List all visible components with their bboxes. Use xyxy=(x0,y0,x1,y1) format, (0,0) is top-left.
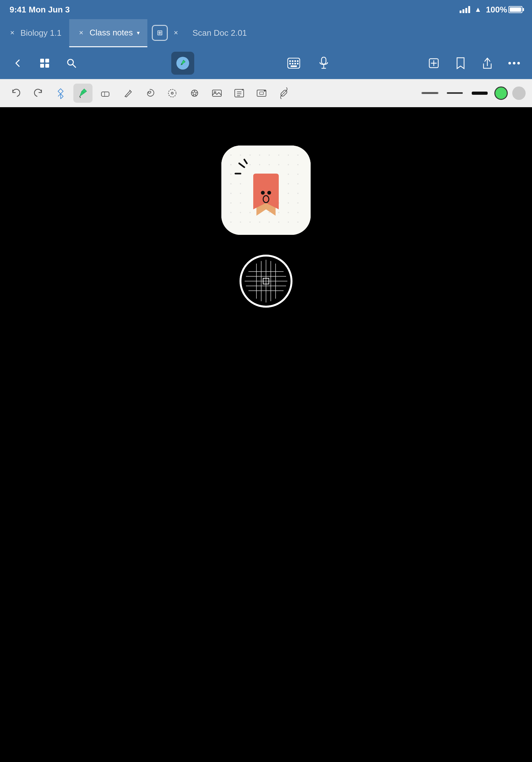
chevron-down-icon[interactable]: ▾ xyxy=(137,29,140,37)
tab-biology-close[interactable]: ✕ xyxy=(8,29,17,37)
svg-point-74 xyxy=(240,202,241,203)
toolbar-right xyxy=(424,53,524,73)
star-tool-button[interactable] xyxy=(185,84,204,103)
svg-point-60 xyxy=(297,164,299,165)
search-button[interactable] xyxy=(61,53,82,73)
pencil-tool-button[interactable] xyxy=(118,84,137,103)
grid-circle-illustration xyxy=(239,254,293,310)
svg-rect-13 xyxy=(289,63,291,64)
svg-point-70 xyxy=(240,193,241,194)
svg-point-81 xyxy=(240,212,241,213)
line-weight-thin[interactable] xyxy=(420,85,440,101)
tab-new[interactable]: ⊞ ✕ xyxy=(147,19,185,47)
line-weight-thick[interactable] xyxy=(470,85,490,101)
grid-circle-svg xyxy=(239,254,293,308)
svg-point-47 xyxy=(249,154,251,156)
svg-rect-29 xyxy=(101,92,109,96)
svg-rect-12 xyxy=(297,60,299,62)
svg-point-87 xyxy=(297,212,299,213)
svg-rect-3 xyxy=(45,64,49,68)
select-tool-button[interactable] xyxy=(163,84,182,103)
wifi-icon: ▲ xyxy=(475,5,482,14)
add-button[interactable] xyxy=(424,53,444,73)
svg-point-55 xyxy=(249,164,251,165)
svg-point-93 xyxy=(278,221,279,223)
svg-point-94 xyxy=(288,221,289,223)
svg-point-61 xyxy=(230,174,232,175)
svg-point-57 xyxy=(269,164,270,165)
link-tool-button[interactable] xyxy=(274,84,294,103)
svg-point-64 xyxy=(297,174,299,175)
secondary-color-swatch[interactable] xyxy=(512,87,526,100)
tab-biology[interactable]: ✕ Biology 1.1 xyxy=(0,19,69,47)
svg-rect-2 xyxy=(40,64,44,68)
svg-point-68 xyxy=(297,183,299,185)
tab-scan-doc[interactable]: Scan Doc 2.01 xyxy=(185,19,255,47)
svg-point-71 xyxy=(288,193,289,194)
svg-point-63 xyxy=(288,174,289,175)
status-right: ▲ 100% xyxy=(460,5,522,15)
svg-point-91 xyxy=(259,221,260,223)
svg-point-73 xyxy=(230,202,232,203)
battery-percent: 100% xyxy=(486,5,507,15)
bluetooth-icon xyxy=(51,84,70,103)
svg-rect-9 xyxy=(289,60,291,62)
svg-rect-1 xyxy=(45,59,49,62)
svg-point-79 xyxy=(297,202,299,203)
line-weight-medium[interactable] xyxy=(445,85,465,101)
svg-rect-11 xyxy=(295,60,296,62)
battery-fill xyxy=(510,7,521,12)
lasso-tool-button[interactable] xyxy=(140,84,160,103)
redo-button[interactable] xyxy=(29,84,48,103)
tab-new-close[interactable]: ✕ xyxy=(171,29,180,37)
svg-point-72 xyxy=(297,193,299,194)
grid-button[interactable] xyxy=(34,53,55,73)
tab-class-notes[interactable]: ✕ Class notes ▾ xyxy=(69,19,147,47)
active-pen-tool[interactable] xyxy=(171,52,194,75)
undo-button[interactable] xyxy=(6,84,26,103)
status-left: 9:41 Mon Jun 3 xyxy=(10,5,70,15)
svg-point-92 xyxy=(269,221,270,223)
bookmark-button[interactable] xyxy=(450,53,471,73)
app-icon xyxy=(221,145,311,235)
svg-rect-42 xyxy=(260,92,263,95)
battery-indicator: 100% xyxy=(486,5,523,15)
more-button[interactable] xyxy=(504,53,524,73)
pen-tool-button[interactable] xyxy=(73,84,93,103)
share-button[interactable] xyxy=(477,53,498,73)
svg-rect-35 xyxy=(212,90,221,96)
svg-point-27 xyxy=(517,62,520,64)
tab-biology-label: Biology 1.1 xyxy=(21,28,62,38)
new-tab-icon[interactable]: ⊞ xyxy=(152,25,168,41)
svg-rect-14 xyxy=(292,63,294,64)
svg-point-50 xyxy=(278,154,279,156)
svg-rect-0 xyxy=(40,59,44,62)
toolbar-left xyxy=(8,53,82,73)
mic-button[interactable] xyxy=(313,53,334,73)
signal-icon xyxy=(460,6,470,13)
svg-line-28 xyxy=(80,96,80,98)
eraser-tool-button[interactable] xyxy=(96,84,115,103)
image-tool-button[interactable] xyxy=(207,84,227,103)
back-button[interactable] xyxy=(8,53,28,73)
svg-point-67 xyxy=(288,183,289,185)
svg-point-90 xyxy=(249,221,251,223)
toolbar-center xyxy=(171,52,194,75)
draw-tools-left xyxy=(6,84,294,103)
svg-point-82 xyxy=(249,212,251,213)
keyboard-button[interactable] xyxy=(284,53,304,73)
svg-point-85 xyxy=(278,212,279,213)
text-tool-button[interactable] xyxy=(230,84,249,103)
svg-point-89 xyxy=(240,221,241,223)
svg-point-100 xyxy=(267,191,271,194)
time: 9:41 xyxy=(10,5,26,15)
selected-color-swatch[interactable] xyxy=(495,87,508,100)
svg-point-43 xyxy=(264,90,266,92)
tab-class-notes-close[interactable]: ✕ xyxy=(77,29,86,37)
date: Mon Jun 3 xyxy=(29,5,70,15)
svg-rect-15 xyxy=(295,63,296,64)
scan-tool-button[interactable] xyxy=(252,84,271,103)
tab-class-notes-label: Class notes xyxy=(90,28,133,38)
canvas-area[interactable] xyxy=(0,107,532,762)
svg-line-5 xyxy=(73,64,76,67)
